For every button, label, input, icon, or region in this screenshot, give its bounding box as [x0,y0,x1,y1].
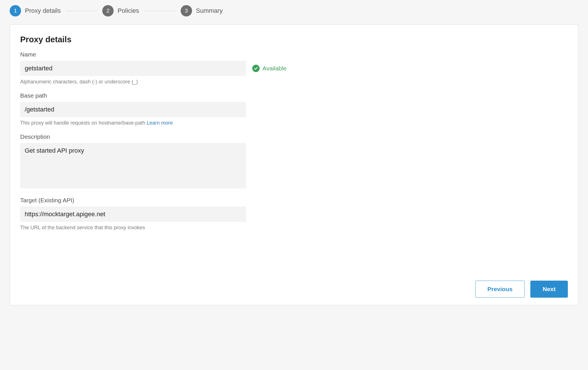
check-circle-icon [252,65,260,72]
field-base-path: Base path This proxy will handle request… [20,92,568,126]
step-number-3: 3 [181,5,192,16]
step-connector [144,11,176,11]
name-availability-text: Available [262,65,287,72]
label-description: Description [20,133,568,140]
name-helper-text: Alphanumeric characters, dash (-) or und… [20,79,568,85]
step-connector [66,11,97,11]
step-proxy-details[interactable]: 1 Proxy details [10,5,61,16]
previous-button[interactable]: Previous [475,281,525,298]
step-label-proxy-details: Proxy details [25,7,61,14]
base-path-helper-prefix: This proxy will handle requests on hostn… [20,120,147,126]
field-name: Name Available Alphanumeric characters, … [20,51,568,85]
step-policies[interactable]: 2 Policies [102,5,139,16]
card-title: Proxy details [20,35,568,44]
base-path-helper-text: This proxy will handle requests on hostn… [20,120,568,126]
wizard-footer: Previous Next [20,281,568,298]
description-input[interactable] [20,143,246,188]
target-input[interactable] [20,207,246,222]
label-base-path: Base path [20,92,568,99]
proxy-details-card: Proxy details Name Available Alphanumeri… [10,24,578,305]
label-target: Target (Existing API) [20,197,568,204]
step-label-policies: Policies [118,7,139,14]
next-button[interactable]: Next [530,281,568,298]
target-helper-text: The URL of the backend service that this… [20,225,568,231]
learn-more-link[interactable]: Learn more [147,120,173,126]
name-input[interactable] [20,61,246,76]
label-name: Name [20,51,568,58]
base-path-input[interactable] [20,102,246,117]
name-availability-badge: Available [252,65,287,72]
step-number-2: 2 [102,5,114,16]
step-label-summary: Summary [196,7,223,14]
wizard-stepper: 1 Proxy details 2 Policies 3 Summary [0,0,588,24]
field-target: Target (Existing API) The URL of the bac… [20,197,568,231]
step-number-1: 1 [10,5,21,16]
field-description: Description [20,133,568,190]
step-summary[interactable]: 3 Summary [181,5,223,16]
